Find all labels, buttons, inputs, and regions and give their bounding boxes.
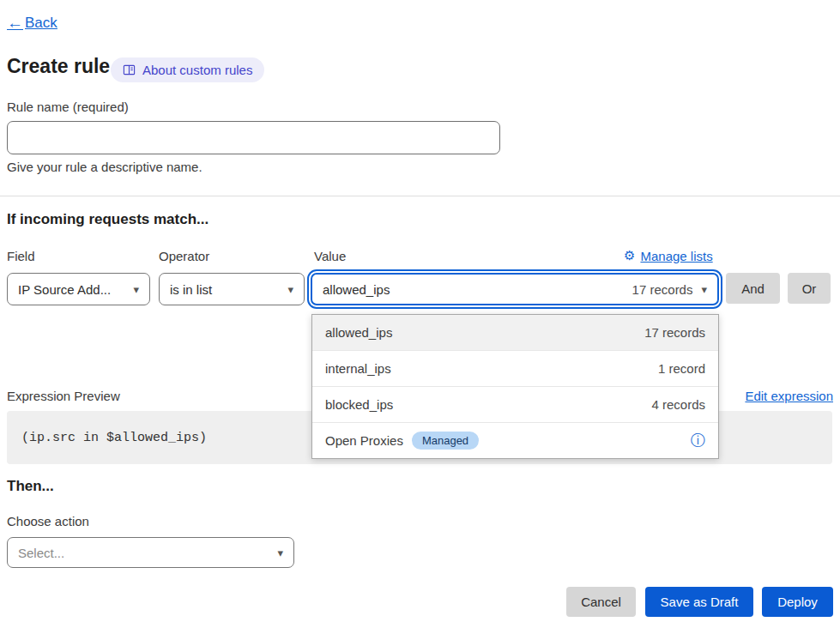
list-item-name: blocked_ips [325, 397, 393, 412]
action-select-placeholder: Select... [18, 546, 64, 560]
list-item-name: allowed_ips [325, 325, 392, 340]
choose-action-label: Choose action [7, 514, 89, 528]
deploy-button[interactable]: Deploy [762, 587, 833, 617]
chevron-down-icon: ▾ [133, 284, 139, 295]
operator-select[interactable]: is in list ▾ [159, 273, 305, 305]
gear-icon: ⚙ [624, 248, 635, 263]
match-section-heading: If incoming requests match... [7, 211, 208, 228]
action-select[interactable]: Select... ▾ [7, 537, 294, 568]
info-icon[interactable]: ⓘ [691, 433, 705, 448]
manage-lists-link[interactable]: ⚙ Manage lists [624, 248, 713, 263]
operator-label: Operator [159, 249, 209, 263]
save-as-draft-button[interactable]: Save as Draft [645, 587, 753, 617]
expression-preview-label: Expression Preview [7, 389, 120, 403]
manage-lists-label: Manage lists [640, 249, 712, 263]
chevron-down-icon: ▾ [277, 547, 283, 559]
list-item-records: 17 records [644, 325, 705, 340]
back-link[interactable]: ←Back [7, 14, 57, 33]
operator-select-value: is in list [170, 282, 212, 297]
then-section-heading: Then... [7, 478, 54, 495]
about-custom-rules-link[interactable]: About custom rules [111, 57, 264, 82]
field-label: Field [7, 249, 35, 263]
cancel-button[interactable]: Cancel [566, 587, 636, 617]
list-item-name: internal_ips [325, 361, 391, 376]
book-icon [123, 63, 136, 76]
list-item-internal-ips[interactable]: internal_ips 1 record [312, 350, 718, 386]
list-dropdown: allowed_ips 17 records internal_ips 1 re… [311, 314, 719, 459]
rule-name-helper: Give your rule a descriptive name. [7, 160, 202, 174]
list-item-name: Open Proxies [325, 433, 403, 448]
back-arrow-icon: ← [7, 14, 23, 33]
value-label: Value [314, 249, 346, 263]
create-rule-page: ←Back Create rule About custom rules Rul… [0, 0, 840, 634]
list-item-allowed-ips[interactable]: allowed_ips 17 records [312, 315, 718, 350]
managed-badge: Managed [412, 432, 479, 450]
expression-code: (ip.src in $allowed_ips) [21, 431, 207, 445]
list-item-records: 1 record [658, 361, 705, 376]
about-custom-rules-label: About custom rules [142, 63, 252, 77]
chevron-down-icon: ▾ [287, 284, 293, 295]
list-item-blocked-ips[interactable]: blocked_ips 4 records [312, 386, 718, 422]
edit-expression-link[interactable]: Edit expression [745, 389, 833, 403]
list-item-open-proxies[interactable]: Open Proxies Managed ⓘ [312, 422, 718, 458]
and-button[interactable]: And [726, 273, 780, 304]
rule-name-label: Rule name (required) [7, 100, 129, 114]
chevron-down-icon: ▾ [701, 284, 707, 295]
value-select[interactable]: allowed_ips 17 records ▾ [311, 273, 719, 305]
or-button[interactable]: Or [788, 273, 831, 304]
list-item-records: 4 records [651, 397, 705, 412]
rule-name-input[interactable] [7, 121, 500, 154]
value-select-value: allowed_ips [323, 282, 390, 297]
value-select-records: 17 records [632, 282, 693, 297]
back-link-label: Back [25, 15, 57, 32]
section-divider [0, 196, 840, 196]
field-select[interactable]: IP Source Add... ▾ [7, 273, 150, 305]
field-select-value: IP Source Add... [18, 282, 111, 297]
page-title: Create rule [7, 55, 110, 78]
